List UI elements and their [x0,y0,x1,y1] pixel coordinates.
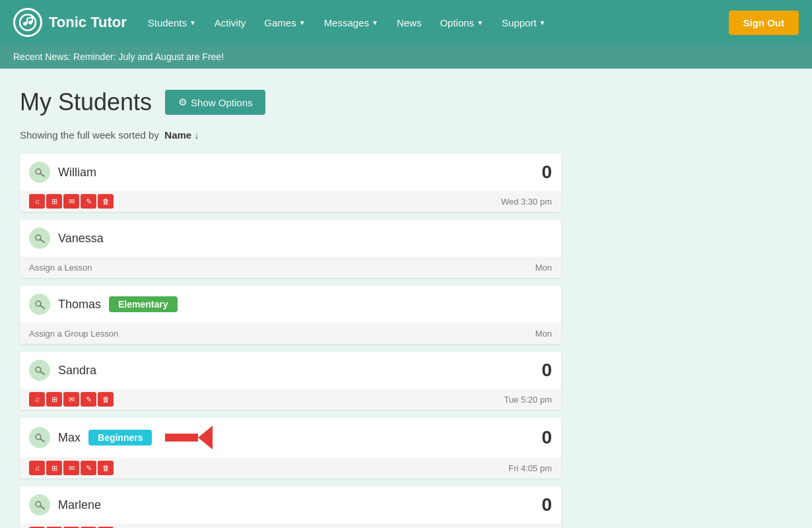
student-name: Vanessa [58,232,104,246]
student-score: 0 [541,162,552,183]
news-banner: Recent News: Reminder: July and August a… [0,45,812,69]
student-card-header: Marlene 0 [20,486,561,523]
sort-info: Showing the full week sorted by Name ↓ [20,129,792,141]
student-badge: Beginners [88,430,152,446]
student-card-header: Sandra 0 [20,352,561,389]
show-options-button[interactable]: ⚙ Show Options [165,90,265,115]
svg-line-7 [40,174,44,176]
key-icon [29,228,50,249]
schedule-time: Wed 3:30 pm [501,197,552,207]
music-icon[interactable]: ♫ [29,461,45,475]
brand-name: Tonic Tutor [49,14,127,31]
student-name: Max [58,431,81,445]
student-score: 0 [541,494,552,515]
book-icon[interactable]: ⊞ [46,392,62,407]
nav-games[interactable]: Games ▼ [256,12,313,34]
chevron-down-icon: ▼ [189,19,196,26]
key-icon [29,294,50,315]
music-icon[interactable]: ♫ [29,194,45,209]
student-card: Thomas Elementary Assign a Group Lesson … [20,286,561,344]
nav-activity[interactable]: Activity [207,12,254,34]
edit-icon[interactable]: ✎ [81,392,96,407]
student-card-footer: ♫ ⊞ ✉ ✎ 🗑 Tue 5:20 pm [20,389,561,410]
schedule-time: Fri 4:05 pm [508,463,552,473]
chevron-down-icon: ▼ [477,19,483,26]
trash-icon[interactable]: 🗑 [98,461,114,475]
brand-icon [13,8,42,37]
student-score: 0 [541,360,552,381]
trash-icon[interactable]: 🗑 [98,392,114,407]
key-icon [29,427,50,448]
schedule-time: Mon [535,329,552,339]
message-icon[interactable]: ✉ [63,392,79,407]
student-card: Vanessa Assign a Lesson Mon [20,220,561,278]
svg-line-15 [40,439,44,442]
nav-support[interactable]: Support ▼ [494,12,553,34]
assign-lesson-link[interactable]: Assign a Group Lesson [29,329,118,339]
nav-items: Students ▼ Activity Games ▼ Messages ▼ N… [140,12,729,34]
student-card-footer: Assign a Lesson Mon [20,257,561,278]
message-icon[interactable]: ✉ [63,194,79,209]
student-card-left: Vanessa [29,228,104,249]
book-icon[interactable]: ⊞ [46,461,62,475]
edit-icon[interactable]: ✎ [81,194,96,209]
chevron-down-icon: ▼ [539,19,546,26]
main-content: My Students ⚙ Show Options Showing the f… [0,69,812,528]
student-badge: Elementary [109,296,177,312]
student-card-footer: ♫ ⊞ ✉ ✎ 🗑 Wed 3:30 pm [20,191,561,212]
key-icon [29,162,50,183]
message-icon[interactable]: ✉ [63,461,79,475]
arrow-indicator [165,426,213,449]
key-icon [29,494,50,515]
nav-options[interactable]: Options ▼ [432,12,491,34]
nav-messages[interactable]: Messages ▼ [316,12,386,34]
assign-lesson-link[interactable]: Assign a Lesson [29,263,92,273]
music-icon[interactable]: ♫ [29,392,45,407]
student-card-left: William [29,162,96,183]
action-icons: ♫ ⊞ ✉ ✎ 🗑 [29,461,114,475]
student-card: Marlene 0 ♫ ⊞ ✉ ✎ 🗑 Mon [20,486,561,528]
student-card-footer: ♫ ⊞ ✉ ✎ 🗑 Mon [20,523,561,528]
student-card: Max Beginners 0 ♫ ⊞ ✉ ✎ 🗑 Fri 4:05 pm [20,418,561,478]
student-card-footer: ♫ ⊞ ✉ ✎ 🗑 Fri 4:05 pm [20,457,561,478]
arrow-body [165,434,198,442]
arrow-head [198,426,213,449]
student-card-header: Max Beginners 0 [20,418,561,457]
nav-news[interactable]: News [389,12,430,34]
chevron-down-icon: ▼ [299,19,306,26]
student-card-header: Vanessa [20,220,561,257]
student-card-header: Thomas Elementary [20,286,561,323]
svg-line-11 [40,306,44,308]
student-card-header: William 0 [20,154,561,191]
student-name: Thomas [58,298,101,312]
gear-icon: ⚙ [178,96,187,108]
page-title: My Students [20,88,152,116]
nav-students[interactable]: Students ▼ [140,12,204,34]
schedule-time: Mon [535,263,552,273]
student-card-left: Thomas Elementary [29,294,178,315]
sign-out-button[interactable]: Sign Out [729,11,799,35]
action-icons: ♫ ⊞ ✉ ✎ 🗑 [29,392,114,407]
trash-icon[interactable]: 🗑 [98,194,114,209]
svg-line-17 [40,506,44,509]
svg-line-13 [40,372,44,374]
book-icon[interactable]: ⊞ [46,194,62,209]
edit-icon[interactable]: ✎ [81,461,96,475]
student-card: Sandra 0 ♫ ⊞ ✉ ✎ 🗑 Tue 5:20 pm [20,352,561,410]
action-icons: ♫ ⊞ ✉ ✎ 🗑 [29,194,114,209]
student-name: Marlene [58,498,101,512]
student-card-left: Marlene [29,494,101,515]
student-name: Sandra [58,364,96,378]
navbar: Tonic Tutor Students ▼ Activity Games ▼ … [0,0,812,45]
sort-field: Name [164,129,191,141]
brand[interactable]: Tonic Tutor [13,8,127,37]
student-card-footer: Assign a Group Lesson Mon [20,323,561,344]
key-icon [29,360,50,381]
student-card-left: Sandra [29,360,96,381]
chevron-down-icon: ▼ [372,19,378,26]
schedule-time: Tue 5:20 pm [504,395,552,405]
student-list: William 0 ♫ ⊞ ✉ ✎ 🗑 Wed 3:30 pm [20,154,561,528]
page-header: My Students ⚙ Show Options [20,88,792,116]
student-score: 0 [541,427,552,448]
student-name: William [58,166,96,180]
